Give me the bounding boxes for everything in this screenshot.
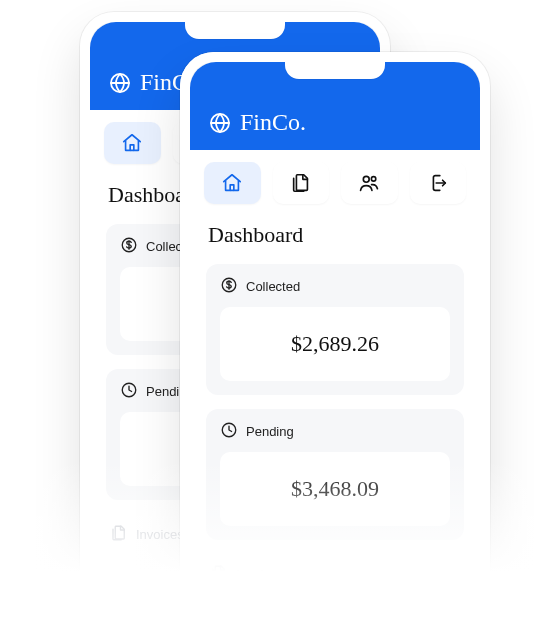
nav-home[interactable] (104, 122, 161, 164)
nav-logout[interactable] (410, 162, 467, 204)
nav-documents[interactable] (273, 162, 330, 204)
home-icon (121, 132, 143, 154)
card-collected: Collected $2,689.26 (206, 264, 464, 395)
invoices-icon (210, 564, 228, 585)
nav-users[interactable] (341, 162, 398, 204)
users-icon (358, 172, 380, 194)
invoices-label: Invoices (136, 527, 184, 542)
card-collected-value: $2,689.26 (220, 307, 450, 381)
globe-icon (108, 71, 132, 95)
card-pending-value: $3,468.09 (220, 452, 450, 526)
clock-icon (220, 421, 238, 442)
invoices-section[interactable]: Invoices (206, 554, 464, 595)
globe-icon (208, 111, 232, 135)
logout-icon (427, 172, 449, 194)
card-pending-label: Pending (246, 424, 294, 439)
dollar-icon (120, 236, 138, 257)
phone-frame-front: FinCo. (180, 52, 490, 620)
clock-icon (120, 381, 138, 402)
brand-name: FinCo. (240, 109, 306, 136)
card-pending: Pending $3,468.09 (206, 409, 464, 540)
invoices-label: Invoices (236, 567, 284, 582)
svg-point-7 (372, 177, 376, 181)
nav-row (190, 150, 480, 216)
card-collected-label: Collected (246, 279, 300, 294)
phone-notch (185, 21, 285, 39)
card-collected-head: Collected (220, 276, 450, 297)
content: Dashboard Collected $2,689.26 Pending (190, 222, 480, 611)
phone-notch (285, 61, 385, 79)
brand: FinCo. (208, 109, 306, 136)
dollar-icon (220, 276, 238, 297)
svg-point-6 (364, 176, 370, 182)
nav-home[interactable] (204, 162, 261, 204)
page-title: Dashboard (208, 222, 464, 248)
invoices-icon (110, 524, 128, 545)
phone-screen-front: FinCo. (190, 62, 480, 620)
card-pending-head: Pending (220, 421, 450, 442)
documents-icon (290, 172, 312, 194)
home-icon (221, 172, 243, 194)
